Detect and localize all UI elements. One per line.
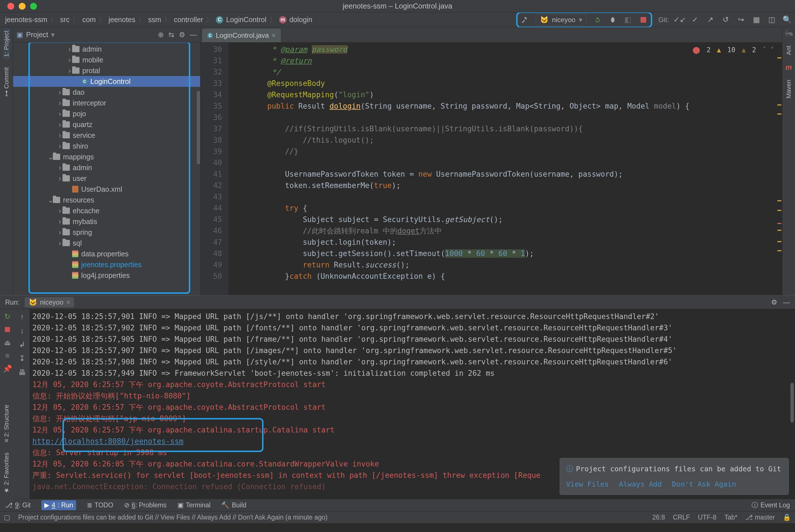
indent[interactable]: Tab* (724, 514, 737, 521)
breadcrumb-item[interactable]: controller (174, 16, 203, 24)
rail-tab-project[interactable]: 1: Project (3, 28, 10, 59)
tree-item[interactable]: ›mybatis (13, 216, 200, 227)
scroll-icon[interactable]: ↧ (19, 354, 25, 363)
expand-icon[interactable]: › (57, 120, 62, 129)
error-stripe[interactable] (777, 42, 782, 295)
tree-item[interactable]: ›interceptor (13, 98, 200, 108)
expand-icon[interactable]: › (57, 110, 62, 118)
breadcrumb-item[interactable]: dologin (289, 16, 312, 24)
breadcrumb-item[interactable]: com (82, 16, 96, 24)
rail-tab-commit[interactable]: ⊶ Commit (3, 65, 10, 99)
console[interactable]: 2020-12-05 18:25:57,901 INFO => Mapped U… (30, 309, 795, 499)
breadcrumb-item[interactable]: ssm (148, 16, 161, 24)
bottom-tab-todo[interactable]: ≣ TODO (87, 501, 113, 509)
bottom-tab-git[interactable]: ⎇ 9: Git (5, 501, 31, 509)
editor-tab[interactable]: C LoginControl.java × (202, 28, 281, 42)
dropdown-icon[interactable]: ▾ (51, 31, 55, 39)
tree-item[interactable]: CLoginControl (13, 76, 200, 87)
inspection-status[interactable]: ⬤2 ▲10 ▲2 ˆ ˅ (692, 44, 774, 56)
close-tab-icon[interactable]: × (272, 32, 276, 39)
tree-item[interactable]: UserDao.xml (13, 184, 200, 194)
close-icon[interactable]: × (66, 298, 70, 306)
tree-item[interactable]: ›spring (13, 227, 200, 238)
tree-item[interactable]: ›pojo (13, 108, 200, 119)
tree-item[interactable]: ⌄mappings (13, 151, 200, 162)
tree-item[interactable]: ›admin (13, 44, 200, 54)
expand-icon[interactable]: ⌄ (48, 153, 53, 161)
scrollbar[interactable] (197, 91, 200, 165)
maven-icon[interactable]: m (785, 63, 792, 72)
collapse-icon[interactable]: ⇆ (168, 31, 174, 39)
structure-icon[interactable]: ◫ (767, 15, 776, 24)
git-branch[interactable]: ⎇ master (745, 514, 775, 521)
rail-tab-ant[interactable]: Ant (785, 43, 792, 58)
revert-icon[interactable]: ↪ (737, 15, 746, 24)
tree-item[interactable]: ›ehcache (13, 205, 200, 216)
expand-icon[interactable]: › (57, 217, 62, 226)
expand-icon[interactable]: › (57, 207, 62, 215)
rail-tab-maven[interactable]: Maven (785, 77, 792, 101)
locate-icon[interactable]: ⊕ (158, 31, 164, 39)
line-sep[interactable]: CRLF (673, 514, 690, 521)
run-config-select[interactable]: 🐱 niceyoo ▾ (536, 14, 586, 25)
console-line[interactable]: http://localhost:8080/jeenotes-ssm (32, 436, 792, 447)
rerun-icon[interactable] (593, 15, 602, 24)
expand-icon[interactable]: › (57, 164, 62, 172)
chevron-icon[interactable]: ˆ ˅ (762, 44, 774, 56)
expand-icon[interactable]: › (67, 66, 72, 75)
project-header-label[interactable]: Project (26, 31, 48, 39)
tree-item[interactable]: ›quartz (13, 119, 200, 130)
project-tree[interactable]: ›admin›mobile›protalCLoginControl›dao›in… (13, 42, 200, 295)
notification-action[interactable]: Don't Ask Again (672, 479, 736, 490)
gear-icon[interactable]: ⚙ (179, 31, 185, 39)
bottom-tab-build[interactable]: 🔨 Build (221, 501, 246, 509)
run-coverage-icon[interactable]: ◧ (624, 15, 633, 24)
down-icon[interactable]: ↓ (20, 326, 24, 335)
stop-icon[interactable] (3, 326, 11, 334)
scrollbar[interactable] (791, 383, 794, 422)
notification-action[interactable]: Always Add (619, 479, 662, 490)
breadcrumb-item[interactable]: LoginControl (226, 16, 266, 24)
hide-icon[interactable]: — (783, 298, 790, 306)
vcs-commit-icon[interactable]: ✓ (690, 15, 700, 24)
pin-icon[interactable]: 📌 (3, 365, 11, 373)
search-icon[interactable]: 🔍 (782, 15, 792, 24)
tree-item[interactable]: ⌄resources (13, 194, 200, 205)
tree-item[interactable]: ›service (13, 130, 200, 141)
expand-icon[interactable]: › (57, 99, 62, 107)
stop-icon[interactable] (639, 15, 648, 24)
expand-icon[interactable]: › (57, 131, 62, 139)
bottom-tab-run[interactable]: ▶ 4: Run (41, 500, 76, 510)
boxes-icon[interactable]: ▦ (752, 15, 761, 24)
breadcrumb-item[interactable]: jeenotes-ssm (5, 16, 48, 24)
debug-icon[interactable] (608, 15, 617, 24)
bottom-tab-eventlog[interactable]: ⓘ Event Log (752, 501, 790, 510)
bottom-tab-problems[interactable]: ⊘ 6: Problems (124, 501, 167, 509)
tree-item[interactable]: ›protal (13, 65, 200, 76)
tree-item[interactable]: jeenotes.properties (13, 259, 200, 270)
bottom-tab-terminal[interactable]: ▣ Terminal (178, 501, 211, 509)
ant-icon[interactable]: 🐜 (784, 29, 793, 38)
notification-action[interactable]: View Files (566, 479, 609, 490)
editor[interactable]: 3031323334353637383940414243444546474849… (200, 42, 782, 295)
layout-icon[interactable]: ≡ (3, 352, 11, 360)
tree-item[interactable]: ›user (13, 173, 200, 184)
tree-item[interactable]: ›dao (13, 87, 200, 98)
rerun-icon[interactable]: ↻ (3, 312, 11, 320)
rail-tab-favorites[interactable]: ★ 2: Favorites (3, 450, 10, 496)
history-icon[interactable]: ↺ (721, 15, 730, 24)
wrap-icon[interactable]: ↲ (19, 340, 25, 349)
caret-pos[interactable]: 26:8 (652, 514, 665, 521)
tree-item[interactable]: ›mobile (13, 54, 200, 65)
breadcrumb-item[interactable]: jeenotes (108, 16, 135, 24)
statusbar-toggle-icon[interactable]: ▢ (4, 514, 10, 521)
up-icon[interactable]: ↑ (20, 312, 24, 321)
run-panel-tab[interactable]: 🐱 niceyoo × (25, 297, 74, 307)
build-icon[interactable] (521, 15, 529, 24)
gear-icon[interactable]: ⚙ (771, 298, 777, 306)
tree-item[interactable]: log4j.properties (13, 270, 200, 281)
print-icon[interactable]: 🖶 (18, 368, 26, 377)
expand-icon[interactable]: › (57, 174, 62, 183)
expand-icon[interactable]: › (57, 228, 62, 236)
expand-icon[interactable]: › (67, 56, 72, 64)
